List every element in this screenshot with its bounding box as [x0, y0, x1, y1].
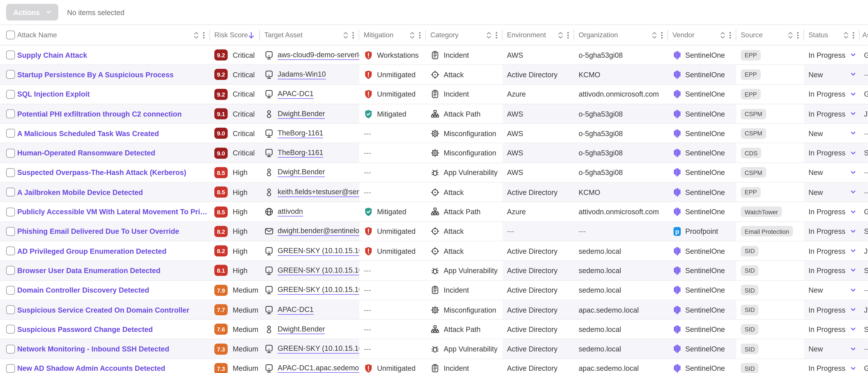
target-asset-link[interactable]: APAC-DC1 [278, 90, 314, 99]
attack-name-link[interactable]: Network Monitoring - Inbound SSH Detecte… [17, 345, 169, 353]
attack-name-link[interactable]: Suspected Overpass-The-Hash Attack (Kerb… [17, 168, 186, 177]
column-header-status[interactable]: Status [804, 25, 860, 45]
column-menu-icon[interactable] [495, 31, 498, 39]
column-header-organization[interactable]: Organization [574, 25, 668, 45]
column-header-vendor[interactable]: Vendor [668, 25, 737, 45]
sort-icon[interactable] [720, 31, 725, 39]
target-asset-link[interactable]: dwight.bender@sentinelone.com [278, 227, 360, 236]
row-checkbox[interactable] [6, 246, 15, 255]
column-menu-icon[interactable] [419, 31, 421, 39]
column-menu-icon[interactable] [729, 31, 732, 39]
status-chevron-down-icon[interactable] [851, 171, 856, 174]
status-cell[interactable]: In Progress [804, 261, 860, 280]
row-checkbox[interactable] [6, 110, 15, 118]
column-menu-icon[interactable] [352, 31, 354, 39]
attack-name-link[interactable]: Domain Controller Discovery Detected [17, 286, 149, 294]
status-chevron-down-icon[interactable] [851, 367, 856, 370]
target-asset-link[interactable]: Dwight.Bender [278, 324, 325, 334]
sort-icon[interactable] [788, 31, 793, 39]
row-checkbox[interactable] [6, 325, 15, 334]
column-header-attack-name[interactable]: Attack Name [0, 25, 210, 45]
status-cell[interactable]: In Progress [804, 241, 860, 260]
status-chevron-down-icon[interactable] [851, 73, 856, 76]
sort-icon[interactable] [410, 31, 415, 39]
sort-icon[interactable] [652, 31, 657, 39]
row-checkbox[interactable] [6, 129, 15, 138]
status-cell[interactable]: New [804, 163, 860, 182]
sort-icon[interactable] [194, 31, 199, 39]
column-menu-icon[interactable] [567, 31, 569, 39]
column-header-risk-score[interactable]: Risk Score [210, 25, 260, 45]
target-asset-link[interactable]: GREEN-SKY (10.10.15.10) [278, 344, 360, 354]
sort-icon[interactable] [487, 31, 492, 39]
status-chevron-down-icon[interactable] [851, 132, 856, 135]
attack-name-link[interactable]: AD Privileged Group Enumeration Detected [17, 247, 166, 255]
target-asset-link[interactable]: GREEN-SKY (10.10.15.10) [278, 285, 360, 295]
status-chevron-down-icon[interactable] [851, 112, 856, 116]
column-header-source[interactable]: Source [736, 25, 804, 45]
status-chevron-down-icon[interactable] [851, 93, 856, 96]
select-all-checkbox[interactable] [6, 31, 15, 39]
status-cell[interactable]: In Progress [804, 104, 860, 123]
target-asset-link[interactable]: APAC-DC1.apac.sedemo.local [278, 364, 360, 373]
attack-name-link[interactable]: Suspicious Password Change Detected [17, 325, 153, 334]
attack-name-link[interactable]: Supply Chain Attack [17, 51, 87, 59]
status-cell[interactable]: In Progress [804, 359, 860, 373]
status-chevron-down-icon[interactable] [851, 288, 856, 292]
column-header-mitigation[interactable]: Mitigation [360, 25, 426, 45]
status-chevron-down-icon[interactable] [851, 210, 856, 213]
sort-icon[interactable] [843, 31, 849, 39]
row-checkbox[interactable] [6, 188, 15, 197]
row-checkbox[interactable] [6, 90, 15, 99]
attack-name-link[interactable]: Suspicious Service Created On Domain Con… [17, 306, 189, 314]
row-checkbox[interactable] [6, 168, 15, 177]
status-cell[interactable]: New [804, 340, 860, 359]
row-checkbox[interactable] [6, 207, 15, 216]
row-checkbox[interactable] [6, 51, 15, 60]
attack-name-link[interactable]: Browser User Data Enumeration Detected [17, 267, 161, 275]
sort-desc-icon[interactable] [248, 31, 255, 39]
status-cell[interactable]: New [804, 65, 860, 84]
row-checkbox[interactable] [6, 364, 15, 373]
target-asset-link[interactable]: GREEN-SKY (10.10.15.10) [278, 266, 360, 275]
row-checkbox[interactable] [6, 149, 15, 157]
status-cell[interactable]: In Progress [804, 320, 860, 339]
actions-button[interactable]: Actions [6, 4, 58, 21]
target-asset-link[interactable]: attivodn [278, 207, 303, 217]
row-checkbox[interactable] [6, 305, 15, 314]
attack-name-link[interactable]: Phishing Email Delivered Due To User Ove… [17, 227, 179, 236]
status-cell[interactable]: In Progress [804, 45, 860, 65]
target-asset-link[interactable]: TheBorg-1161 [278, 129, 323, 138]
column-menu-icon[interactable] [797, 31, 799, 39]
target-asset-link[interactable]: APAC-DC1 [278, 305, 314, 315]
row-checkbox[interactable] [6, 266, 15, 275]
attack-name-link[interactable]: Potential PHI exfiltration through C2 co… [17, 110, 182, 118]
status-chevron-down-icon[interactable] [851, 249, 856, 253]
status-cell[interactable]: In Progress [804, 202, 860, 221]
status-chevron-down-icon[interactable] [851, 308, 856, 311]
attack-name-link[interactable]: Publicly Accessible VM With Lateral Move… [17, 208, 210, 216]
attack-name-link[interactable]: Human-Operated Ransomware Detected [17, 149, 155, 157]
status-chevron-down-icon[interactable] [851, 328, 856, 331]
sort-icon[interactable] [558, 31, 563, 39]
status-chevron-down-icon[interactable] [851, 53, 856, 57]
target-asset-link[interactable]: keith.fields+testuser@sentin... [278, 187, 360, 197]
target-asset-link[interactable]: GREEN-SKY (10.10.15.10) [278, 246, 360, 256]
status-cell[interactable]: New [804, 124, 860, 143]
column-header-target-asset[interactable]: Target Asset [260, 25, 360, 45]
column-header-environment[interactable]: Environment [503, 25, 575, 45]
sort-icon[interactable] [343, 31, 348, 39]
status-cell[interactable]: In Progress [804, 85, 860, 104]
target-asset-link[interactable]: aws-cloud9-demo-serverless-... [278, 51, 360, 60]
row-checkbox[interactable] [6, 70, 15, 79]
row-checkbox[interactable] [6, 227, 15, 236]
row-checkbox[interactable] [6, 286, 15, 294]
column-menu-icon[interactable] [203, 31, 205, 39]
attack-name-link[interactable]: A Jailbroken Mobile Device Detected [17, 188, 143, 196]
attack-name-link[interactable]: SQL Injection Exploit [17, 90, 90, 99]
status-chevron-down-icon[interactable] [851, 269, 856, 272]
target-asset-link[interactable]: Dwight.Bender [278, 168, 325, 177]
status-chevron-down-icon[interactable] [851, 230, 856, 233]
status-chevron-down-icon[interactable] [851, 347, 856, 350]
column-menu-icon[interactable] [661, 31, 663, 39]
